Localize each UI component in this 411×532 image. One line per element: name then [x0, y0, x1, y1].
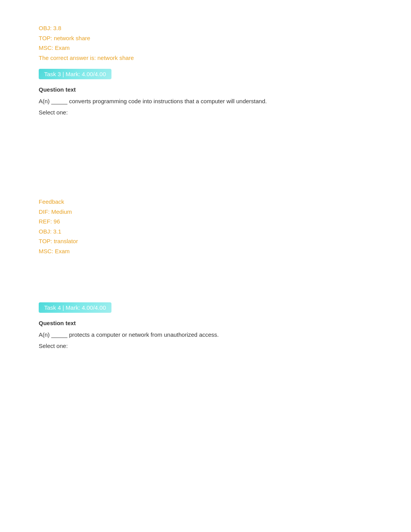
- task3-select-one: Select one:: [39, 109, 372, 116]
- task4-question-body: A(n) _____ protects a computer or networ…: [39, 330, 372, 339]
- task3-question-label: Question text: [39, 86, 372, 93]
- task3-answer-area: [39, 127, 372, 158]
- task3-question-section: Question text A(n) _____ converts progra…: [39, 86, 372, 116]
- task3-question-body: A(n) _____ converts programming code int…: [39, 97, 372, 106]
- inter-task-spacer: [39, 256, 372, 302]
- task3-correct-answer: The correct answer is: network share: [39, 53, 372, 63]
- task3-feedback-top: TOP: translator: [39, 236, 372, 246]
- task4-question-label: Question text: [39, 320, 372, 326]
- task3-feedback-msc: MSC: Exam: [39, 246, 372, 256]
- task3-top-metadata: OBJ: 3.8 TOP: network share MSC: Exam Th…: [39, 23, 372, 63]
- task3-top-label: TOP: network share: [39, 33, 372, 43]
- task3-feedback-dif: DIF: Medium: [39, 207, 372, 217]
- task3-feedback-obj: OBJ: 3.1: [39, 227, 372, 237]
- task3-badge: Task 3 | Mark: 4.00/4.00: [39, 69, 111, 79]
- task3-feedback-ref: REF: 96: [39, 217, 372, 227]
- task4-select-one: Select one:: [39, 343, 372, 349]
- task3-feedback-label: Feedback: [39, 197, 372, 207]
- task4-badge: Task 4 | Mark: 4.00/4.00: [39, 302, 111, 313]
- task3-feedback-section: Feedback DIF: Medium REF: 96 OBJ: 3.1 TO…: [39, 197, 372, 256]
- task4-question-section: Question text A(n) _____ protects a comp…: [39, 320, 372, 349]
- task3-obj-label: OBJ: 3.8: [39, 23, 372, 33]
- task3-answer-area-2: [39, 158, 372, 189]
- task3-msc-label: MSC: Exam: [39, 43, 372, 53]
